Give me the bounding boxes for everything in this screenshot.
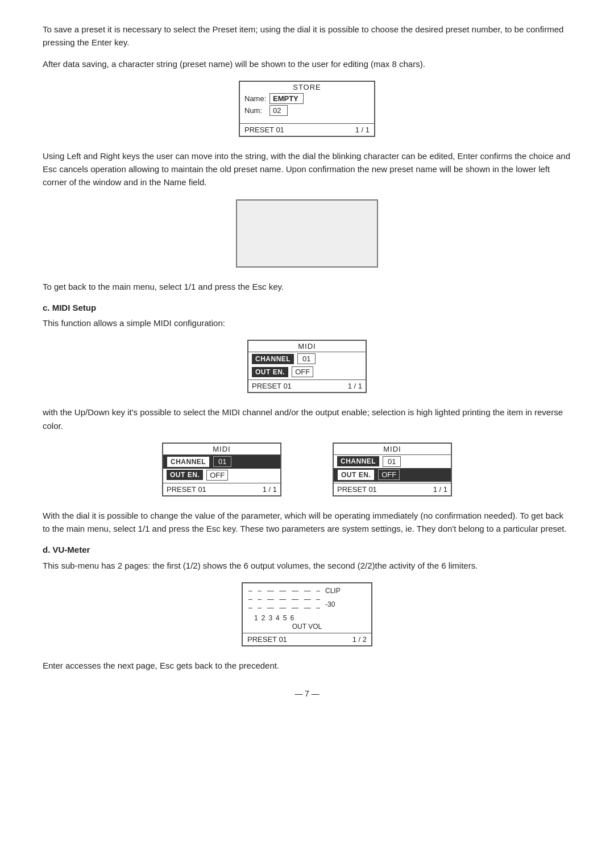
page-number: — 7 — [43,689,571,698]
vu-chan-labels: 1 2 3 4 5 6 [248,614,366,623]
outen-button-right: OUT EN. [337,469,375,481]
outen-button-left: OUT EN. [167,470,203,480]
paragraph-7: With the dial it is possible to change t… [43,509,571,536]
vu-row-1: – – — — — — – [248,587,321,595]
midi-bottom-left: PRESET 01 1 / 1 [163,483,280,495]
channel-button-left: CHANNEL [167,456,210,468]
vu-clip-label: CLIP [325,587,341,595]
vu-dash-2: – – — — — — – [248,595,321,603]
midi-channel-row-single: CHANNEL 01 [248,352,366,365]
paragraph-1: To save a preset it is necessary to sele… [43,23,571,49]
blank-diagram [43,199,571,268]
channel-button-single: CHANNEL [252,354,294,364]
vu-bars: – – — — — — – – – — — — — – – – — — — — … [248,587,321,612]
midi-diagram-single: MIDI CHANNEL 01 OUT EN. OFF PRESET 01 1 … [43,340,571,393]
store-diagram: STORE Name: EMPTY Num: 02 PRESET 01 1 / … [43,81,571,137]
store-bottom: PRESET 01 1 / 1 [240,123,374,136]
midi-title-left: MIDI [163,444,280,455]
channel-value-single: 01 [297,353,316,364]
midi-title-right: MIDI [334,444,451,455]
midi-bottom-single: PRESET 01 1 / 1 [248,379,366,392]
midi-title-single: MIDI [248,341,366,352]
store-page: 1 / 1 [355,126,370,134]
midi-channel-row-right: CHANNEL 01 [334,455,451,468]
blank-box [236,199,378,268]
paragraph-8: This sub-menu has 2 pages: the first (1/… [43,559,571,572]
store-name-label: Name: [244,94,267,103]
vu-meter-area: – – — — — — – – – — — — — – – – — — — — … [243,583,371,633]
paragraph-6: with the Up/Down key it's possible to se… [43,406,571,432]
midi-outen-row-single: OUT EN. OFF [248,365,366,378]
store-box: STORE Name: EMPTY Num: 02 PRESET 01 1 / … [239,81,375,137]
midi-page-single: 1 / 1 [348,382,362,390]
vu-dash-3: – – — — — — – [248,604,321,612]
vu-right-labels: CLIP -30 [323,587,341,608]
midi-diagram-pair: MIDI CHANNEL 01 OUT EN. OFF PRESET 01 1 … [43,443,571,496]
store-num-value: 02 [269,105,288,116]
midi-channel-row-left-highlighted: CHANNEL 01 [163,455,280,469]
paragraph-3: Using Left and Right keys the user can m… [43,149,571,189]
outen-value-left: OFF [206,470,228,481]
outen-button-single: OUT EN. [252,367,288,377]
paragraph-4: To get back to the main menu, select 1/1… [43,280,571,293]
store-name-value: EMPTY [269,93,304,104]
midi-preset-label-left: PRESET 01 [167,485,206,494]
store-title: STORE [240,82,374,93]
midi-setup-heading: c. MIDI Setup [43,301,571,314]
vu-db-label: -30 [325,600,341,608]
store-name-row: Name: EMPTY [240,93,374,105]
outen-value-single: OFF [292,366,313,377]
outen-value-right: OFF [378,469,400,480]
store-preset-label: PRESET 01 [244,126,284,134]
vu-outvol-label: OUT VOL [248,623,366,632]
store-num-label: Num: [244,106,267,115]
channel-button-right: CHANNEL [337,456,379,466]
paragraph-2: After data saving, a character string (p… [43,57,571,70]
vu-box: – – — — — — – – – — — — — – – – — — — — … [242,582,372,646]
midi-page-right: 1 / 1 [433,485,447,494]
channel-value-left: 01 [213,456,231,467]
vu-dash-1: – – — — — — – [248,587,321,595]
midi-page-left: 1 / 1 [263,485,277,494]
midi-box-single: MIDI CHANNEL 01 OUT EN. OFF PRESET 01 1 … [247,340,367,393]
vu-bottom: PRESET 01 1 / 2 [243,633,371,645]
paragraph-9: Enter accesses the next page, Esc gets b… [43,659,571,672]
vu-row-2: – – — — — — – [248,595,321,603]
vu-preset-label: PRESET 01 [247,635,287,644]
vu-row-3: – – — — — — – [248,604,321,612]
midi-preset-label-right: PRESET 01 [337,485,377,494]
midi-outen-row-right-highlighted: OUT EN. OFF [334,468,451,482]
midi-preset-label-single: PRESET 01 [252,382,292,390]
midi-outen-row-left: OUT EN. OFF [163,469,280,482]
store-num-row: Num: 02 [240,105,374,116]
paragraph-5: This function allows a simple MIDI confi… [43,316,571,329]
vu-diagram: – – — — — — – – – — — — — – – – — — — — … [43,582,571,646]
channel-value-right: 01 [383,456,401,467]
midi-bottom-right: PRESET 01 1 / 1 [334,483,451,495]
vu-meter-heading: d. VU-Meter [43,543,571,556]
vu-page: 1 / 2 [352,635,367,644]
midi-box-right: MIDI CHANNEL 01 OUT EN. OFF PRESET 01 1 … [333,443,452,496]
midi-box-left: MIDI CHANNEL 01 OUT EN. OFF PRESET 01 1 … [162,443,281,496]
